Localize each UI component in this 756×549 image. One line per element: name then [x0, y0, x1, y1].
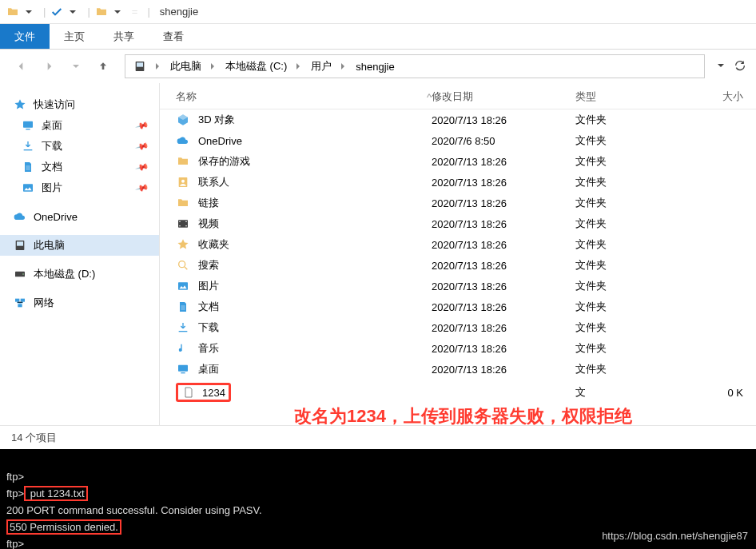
file-name: 音乐	[198, 341, 219, 356]
pin-icon: 📌	[135, 139, 150, 153]
terminal-highlight: 550 Permission denied.	[6, 519, 121, 535]
pin-icon: 📌	[135, 118, 150, 133]
watermark: https://blog.csdn.net/shengjie87	[602, 528, 748, 544]
file-name: 收藏夹	[198, 237, 229, 252]
breadcrumb-seg[interactable]: 此电脑	[167, 59, 222, 74]
document-icon	[21, 160, 35, 174]
breadcrumb-seg[interactable]: 用户	[308, 59, 352, 74]
desktop-icon	[21, 118, 35, 133]
ribbon-tabs: 文件 主页 共享 查看	[0, 24, 756, 50]
header-size[interactable]: 大小	[695, 90, 743, 104]
header-type[interactable]: 类型	[575, 90, 695, 104]
table-row[interactable]: OneDrive2020/7/6 8:50文件夹	[160, 130, 756, 151]
sidebar-pictures[interactable]: 图片📌	[0, 177, 159, 198]
table-row[interactable]: 下载2020/7/13 18:26文件夹	[160, 317, 756, 338]
file-date: 2020/7/13 18:26	[432, 280, 575, 292]
file-type: 文件夹	[575, 362, 695, 376]
file-date: 2020/7/13 18:26	[432, 197, 575, 209]
forward-button[interactable]	[37, 54, 61, 78]
table-row[interactable]: 保存的游戏2020/7/13 18:26文件夹	[160, 151, 756, 172]
table-row[interactable]: 1234文0 K	[160, 380, 756, 405]
file-date: 2020/7/13 18:26	[432, 322, 575, 334]
table-row[interactable]: 联系人2020/7/13 18:26文件夹	[160, 172, 756, 193]
table-row[interactable]: 图片2020/7/13 18:26文件夹	[160, 276, 756, 296]
sidebar-desktop[interactable]: 桌面📌	[0, 115, 159, 136]
file-date: 2020/7/13 18:26	[432, 364, 575, 376]
folder-icon	[95, 6, 108, 18]
table-row[interactable]: 3D 对象2020/7/13 18:26文件夹	[160, 109, 756, 130]
file-type: 文件夹	[575, 300, 695, 314]
sidebar: 快速访问 桌面📌 下载📌 文档📌 图片📌 OneDrive 此电脑 本地磁盘 (…	[0, 83, 160, 425]
network-icon	[13, 296, 27, 310]
breadcrumb-seg[interactable]: 本地磁盘 (C:)	[222, 59, 308, 74]
star-icon	[13, 97, 27, 112]
pin-icon: 📌	[135, 160, 150, 174]
contacts-icon	[176, 175, 190, 189]
file-type: 文件夹	[575, 217, 695, 231]
table-row[interactable]: 视频2020/7/13 18:26文件夹	[160, 213, 756, 234]
check-icon[interactable]	[50, 6, 63, 18]
table-row[interactable]: 链接2020/7/13 18:26文件夹	[160, 193, 756, 213]
table-row[interactable]: 收藏夹2020/7/13 18:26文件夹	[160, 234, 756, 255]
window-title: shengjie	[160, 6, 198, 18]
sidebar-quick-access[interactable]: 快速访问	[0, 94, 159, 115]
sidebar-documents[interactable]: 文档📌	[0, 157, 159, 177]
header-name[interactable]: 名称^	[176, 90, 432, 104]
file-name: 1234	[202, 387, 225, 399]
tab-share[interactable]: 共享	[99, 24, 149, 49]
folder-icon	[176, 196, 190, 210]
picture-icon	[176, 279, 190, 293]
file-type: 文	[575, 385, 695, 400]
chevron-down-icon[interactable]	[111, 6, 124, 18]
file-name: 下载	[198, 320, 219, 335]
recent-button[interactable]	[64, 54, 88, 78]
up-button[interactable]	[91, 54, 115, 78]
chevron-down-icon[interactable]	[22, 6, 35, 18]
file-date: 2020/7/13 18:26	[432, 239, 575, 251]
item-count: 14 个项目	[11, 431, 57, 445]
table-row[interactable]: 音乐2020/7/13 18:26文件夹	[160, 338, 756, 359]
breadcrumb-seg[interactable]: shengjie	[352, 61, 397, 73]
sidebar-network[interactable]: 网络	[0, 292, 159, 313]
file-icon	[181, 385, 196, 400]
star-icon	[176, 237, 190, 252]
file-type: 文件夹	[575, 113, 695, 127]
refresh-button[interactable]	[734, 59, 746, 74]
file-date: 2020/7/13 18:26	[432, 177, 575, 189]
table-row[interactable]: 文档2020/7/13 18:26文件夹	[160, 296, 756, 317]
table-row[interactable]: 桌面2020/7/13 18:26文件夹	[160, 359, 756, 380]
sidebar-local-disk[interactable]: 本地磁盘 (D:)	[0, 264, 159, 284]
download-icon	[21, 139, 35, 153]
file-type: 文件夹	[575, 175, 695, 189]
sidebar-onedrive[interactable]: OneDrive	[0, 206, 159, 227]
pc-icon	[13, 238, 27, 253]
sidebar-downloads[interactable]: 下载📌	[0, 136, 159, 157]
tab-view[interactable]: 查看	[149, 24, 198, 49]
cube-icon	[176, 113, 190, 127]
chevron-down-icon[interactable]	[66, 6, 79, 18]
file-type: 文件夹	[575, 237, 695, 252]
file-name: 链接	[198, 196, 219, 210]
column-headers: 名称^ 修改日期 类型 大小	[160, 83, 756, 109]
tab-home[interactable]: 主页	[50, 24, 99, 49]
file-type: 文件夹	[575, 341, 695, 356]
header-date[interactable]: 修改日期	[432, 90, 575, 104]
tab-file[interactable]: 文件	[0, 24, 50, 49]
search-icon	[176, 258, 190, 273]
chevron-down-icon[interactable]	[714, 59, 727, 74]
table-row[interactable]: 搜索2020/7/13 18:26文件夹	[160, 255, 756, 276]
file-date: 2020/7/13 18:26	[432, 343, 575, 355]
terminal-highlight: put 1234.txt	[24, 486, 88, 501]
file-name: 3D 对象	[198, 113, 235, 127]
document-icon	[176, 300, 190, 314]
file-name: 联系人	[198, 175, 229, 189]
file-type: 文件夹	[575, 258, 695, 273]
back-button[interactable]	[10, 54, 34, 78]
file-date: 2020/7/13 18:26	[432, 114, 575, 126]
sidebar-this-pc[interactable]: 此电脑	[0, 235, 159, 256]
pc-icon[interactable]	[130, 60, 167, 73]
file-name: 文档	[198, 300, 219, 314]
file-date: 2020/7/6 8:50	[432, 135, 575, 147]
breadcrumb[interactable]: 此电脑 本地磁盘 (C:) 用户 shengjie	[125, 54, 705, 78]
file-type: 文件夹	[575, 279, 695, 293]
